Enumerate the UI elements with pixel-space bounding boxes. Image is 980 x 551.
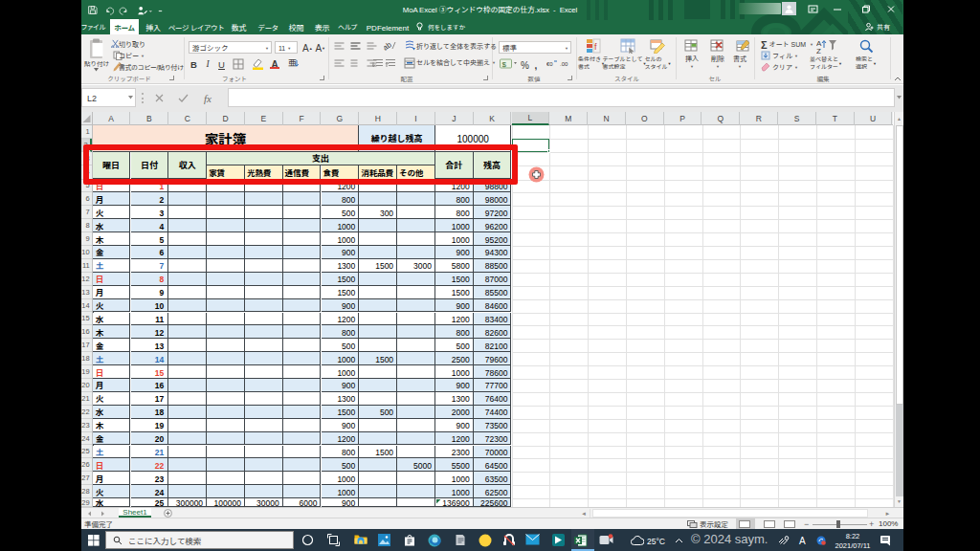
svg-text:.00: .00: [560, 59, 568, 68]
svg-text:Z: Z: [816, 45, 821, 55]
svg-text:€0: €0: [546, 59, 553, 68]
svg-text:fx: fx: [204, 93, 212, 104]
svg-text:$: $: [502, 58, 507, 69]
svg-text:ab: ab: [384, 40, 393, 51]
svg-text:亜: 亜: [288, 57, 297, 69]
